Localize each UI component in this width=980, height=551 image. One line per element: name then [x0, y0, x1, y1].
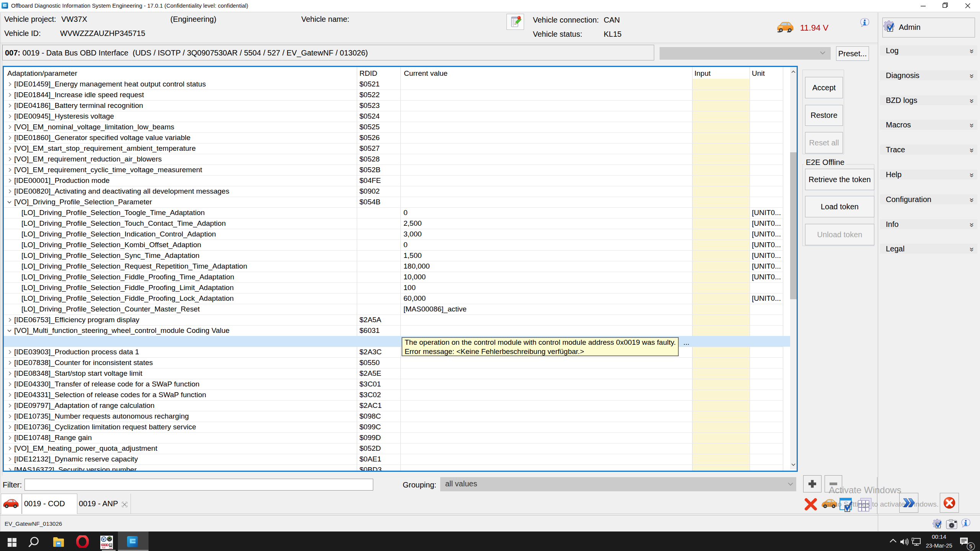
svg-text:5: 5	[969, 543, 972, 549]
svg-text:SEAT: SEAT	[109, 547, 113, 549]
svg-text:Audi: Audi	[102, 547, 105, 549]
